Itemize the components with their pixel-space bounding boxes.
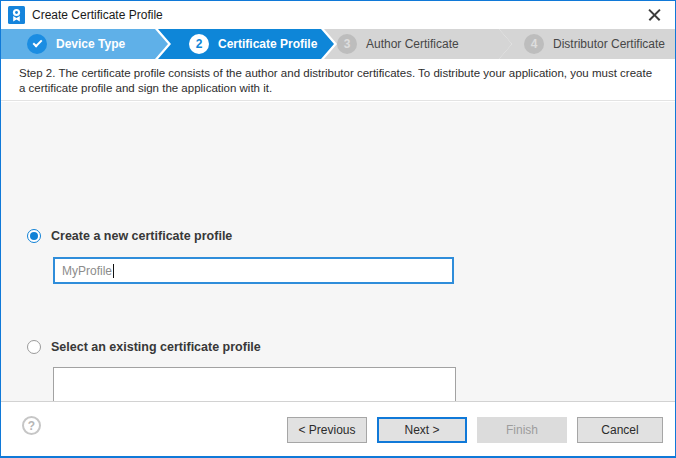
radio-create-new[interactable] bbox=[27, 229, 41, 243]
profile-name-input[interactable]: MyProfile bbox=[53, 257, 454, 284]
step-number-badge: 3 bbox=[337, 34, 357, 54]
radio-select-existing[interactable] bbox=[27, 340, 41, 354]
step-label: Certificate Profile bbox=[218, 37, 317, 51]
button-bar: ? < Previous Next > Finish Cancel bbox=[1, 402, 675, 456]
select-existing-profile-option[interactable]: Select an existing certificate profile bbox=[27, 340, 261, 354]
create-certificate-profile-dialog: Create Certificate Profile Device Type 2… bbox=[0, 0, 676, 458]
step-label: Author Certificate bbox=[366, 37, 459, 51]
step-device-type: Device Type bbox=[1, 29, 168, 59]
certificate-badge-icon bbox=[8, 6, 25, 24]
create-new-profile-option[interactable]: Create a new certificate profile bbox=[27, 229, 232, 243]
step-description: Step 2. The certificate profile consists… bbox=[1, 59, 675, 101]
next-button[interactable]: Next > bbox=[377, 417, 467, 443]
check-icon bbox=[27, 34, 47, 54]
title-bar: Create Certificate Profile bbox=[1, 1, 675, 29]
select-existing-profile-label: Select an existing certificate profile bbox=[51, 340, 261, 354]
previous-button[interactable]: < Previous bbox=[287, 417, 367, 443]
step-number-badge: 2 bbox=[189, 34, 209, 54]
step-label: Device Type bbox=[56, 37, 125, 51]
step-distributor-certificate: 4 Distributor Certificate bbox=[499, 29, 676, 59]
cancel-button[interactable]: Cancel bbox=[577, 417, 663, 443]
step-number-badge: 4 bbox=[524, 34, 544, 54]
wizard-step-bar: Device Type 2 Certificate Profile 3 Auth… bbox=[1, 29, 676, 59]
window-title: Create Certificate Profile bbox=[32, 8, 163, 22]
finish-button: Finish bbox=[477, 417, 567, 443]
profile-name-value: MyProfile bbox=[62, 264, 112, 278]
step-author-certificate: 3 Author Certificate bbox=[324, 29, 512, 59]
step-certificate-profile: 2 Certificate Profile bbox=[158, 29, 334, 59]
help-button[interactable]: ? bbox=[22, 416, 41, 435]
create-new-profile-label: Create a new certificate profile bbox=[51, 229, 232, 243]
step-label: Distributor Certificate bbox=[553, 37, 665, 51]
text-caret bbox=[113, 264, 114, 278]
close-button[interactable] bbox=[639, 3, 669, 27]
wizard-content: Create a new certificate profile MyProfi… bbox=[1, 102, 675, 401]
